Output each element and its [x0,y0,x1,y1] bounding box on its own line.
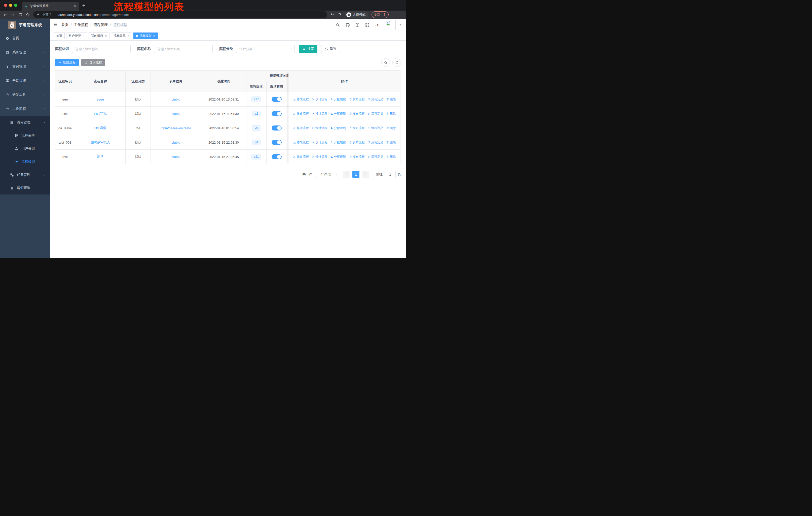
action-design-model[interactable]: 设计流程 [312,112,327,116]
sidebar-item-home[interactable]: 首页 [0,31,50,45]
action-process-definition[interactable]: 流程定义 [368,140,383,145]
sidebar-item-task-mgmt[interactable]: 任务管理 [0,168,50,182]
sidebar-item-process-mgmt[interactable]: 流程管理 [0,116,50,129]
header-search-icon[interactable] [336,23,340,27]
sidebar-item-system[interactable]: 系统管理 [0,45,50,59]
action-assign-rule[interactable]: 分配规则 [330,112,346,116]
action-delete-model[interactable]: 删除 [386,140,396,145]
font-size-icon[interactable] [375,23,379,27]
tab-close-icon[interactable] [74,4,77,8]
window-controls[interactable] [4,4,17,7]
action-design-model[interactable]: 设计流程 [312,140,327,145]
password-key-icon[interactable] [330,12,335,17]
action-deploy-model[interactable]: 发布流程 [349,140,365,145]
sidebar-item-infra[interactable]: 基础设施 [0,74,50,88]
action-process-definition[interactable]: 流程定义 [368,97,383,102]
page-size-select[interactable]: 10条/页 [315,171,340,178]
github-icon[interactable] [345,23,350,27]
user-avatar[interactable] [385,20,396,30]
action-assign-rule[interactable]: 分配规则 [330,155,346,159]
new-tab-button[interactable] [82,3,86,8]
action-delete-model[interactable]: 删除 [386,97,396,102]
action-process-definition[interactable]: 流程定义 [368,155,383,159]
tag-chip-首页[interactable]: 首页 [54,32,65,39]
filter-category-select[interactable] [236,45,295,53]
reset-button[interactable]: 重置 [321,45,340,53]
action-edit-model[interactable]: 修改流程 [293,140,309,145]
form-link[interactable]: biubiu [171,112,180,116]
action-deploy-model[interactable]: 发布流程 [349,126,365,130]
action-deploy-model[interactable]: 发布流程 [349,97,365,102]
action-edit-model[interactable]: 修改流程 [293,126,309,130]
back-button[interactable] [3,12,7,17]
form-link[interactable]: biubiu [171,141,180,144]
action-edit-model[interactable]: 修改流程 [293,97,309,102]
action-edit-model[interactable]: 修改流程 [293,112,309,116]
filter-name-input[interactable] [154,45,213,53]
sidebar-item-process-form[interactable]: 流程表单 [0,129,50,142]
sidebar-item-payment[interactable]: 支付管理 [0,59,50,74]
active-toggle[interactable] [271,126,282,131]
action-edit-model[interactable]: 修改流程 [293,155,309,159]
refresh-table-button[interactable] [393,58,401,67]
tag-chip-租户管理[interactable]: 租户管理 [66,32,87,39]
sidebar-fold-icon[interactable] [53,22,58,28]
breadcrumb-item[interactable]: 工作流程 [74,23,88,27]
model-name-link[interactable]: 滔博 [97,155,104,159]
breadcrumb-item[interactable]: 首页 [61,23,68,27]
action-deploy-model[interactable]: 发布流程 [349,112,365,116]
breadcrumb-item[interactable]: 流程管理 [94,23,108,27]
close-window-button[interactable] [4,4,7,7]
goto-page-input[interactable] [385,171,396,178]
action-process-definition[interactable]: 流程定义 [368,112,383,116]
security-warning-icon[interactable] [36,12,40,17]
active-toggle[interactable] [271,154,282,159]
action-assign-rule[interactable]: 分配规则 [330,97,346,102]
action-design-model[interactable]: 设计流程 [312,97,327,102]
action-design-model[interactable]: 设计流程 [312,126,327,130]
model-name-link[interactable]: 测试多审批人 [91,140,110,145]
active-toggle[interactable] [271,140,282,145]
action-design-model[interactable]: 设计流程 [312,155,327,159]
next-page-button[interactable] [362,171,369,178]
active-toggle[interactable] [271,111,282,116]
filter-id-input[interactable] [72,45,130,53]
page-number-1[interactable]: 1 [352,171,359,178]
action-assign-rule[interactable]: 分配规则 [330,140,346,145]
model-name-link[interactable]: OA 请假 [94,126,107,130]
action-delete-model[interactable]: 删除 [386,112,396,116]
prev-page-button[interactable] [343,171,350,178]
fullscreen-icon[interactable] [365,23,370,27]
sidebar-item-devtools[interactable]: 研发工具 [0,88,50,102]
minimize-window-button[interactable] [9,4,12,7]
toggle-search-button[interactable] [381,58,390,67]
browser-tab[interactable]: 芋道管理系统 [22,2,79,10]
browser-menu-icon[interactable] [383,13,386,17]
tag-chip-流程模型[interactable]: 流程模型 [134,32,158,39]
form-link[interactable]: biubiu [171,98,180,101]
model-name-link[interactable]: eeee [97,98,104,101]
bookmark-star-icon[interactable] [338,12,342,17]
action-assign-rule[interactable]: 分配规则 [330,126,346,130]
zoom-window-button[interactable] [14,4,17,7]
home-button[interactable] [26,12,30,17]
forward-button[interactable] [10,12,15,17]
active-toggle[interactable] [271,97,282,102]
tag-chip-流程表单[interactable]: 流程表单 [111,32,132,39]
sidebar-item-leave-query[interactable]: 请假查询 [0,182,50,194]
import-model-button[interactable]: 导入流程 [81,59,105,66]
avatar-caret-icon[interactable] [399,23,402,26]
model-name-link[interactable]: 自己审批 [94,111,107,116]
action-delete-model[interactable]: 删除 [386,126,396,130]
action-process-definition[interactable]: 流程定义 [368,126,383,130]
sidebar-item-process-model[interactable]: 流程模型 [0,155,50,168]
help-icon[interactable] [355,23,360,27]
form-link[interactable]: biubiu [171,155,180,159]
form-link[interactable]: /bpm/oa/leave/create [161,126,191,130]
search-button[interactable]: 搜索 [299,45,317,53]
browser-update-button[interactable]: 更新 [372,11,388,18]
tag-chip-我的流程[interactable]: 我的流程 [89,32,110,39]
reload-button[interactable] [18,12,22,17]
action-deploy-model[interactable]: 发布流程 [349,155,365,159]
sidebar-item-user-group[interactable]: 用户分组 [0,142,50,155]
